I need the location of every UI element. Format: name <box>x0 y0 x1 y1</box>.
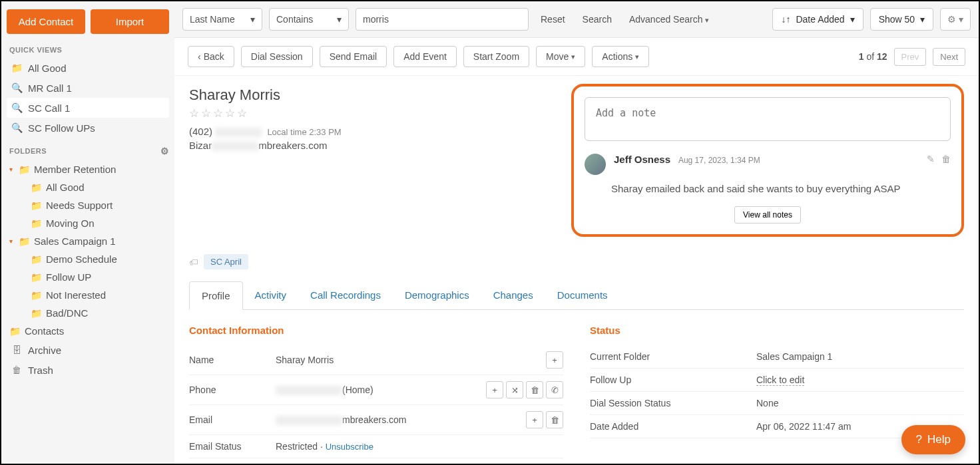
note-author: Jeff Osness <box>614 154 670 165</box>
unsubscribe-link[interactable]: Unsubscribe <box>326 442 373 452</box>
phone-prefix: (402) <box>189 126 212 137</box>
sort-dropdown[interactable]: ↓↑Date Added▾ <box>772 8 863 31</box>
folder-label: Needs Support <box>46 200 113 211</box>
actions-dropdown[interactable]: Actions <box>592 46 649 67</box>
start-zoom-button[interactable]: Start Zoom <box>463 46 529 67</box>
quickview-sc-follow-ups[interactable]: 🔍SC Follow UPs <box>7 118 169 138</box>
quickview-all-good[interactable]: 📁All Good <box>7 58 169 78</box>
folder-label: Bad/DNC <box>46 307 88 319</box>
folder-label: Sales Campaign 1 <box>34 235 116 247</box>
move-dropdown[interactable]: Move <box>536 46 585 67</box>
caret-down-icon: ▾ <box>9 237 17 245</box>
folder-icon: 📁 <box>31 218 42 229</box>
tab-changes[interactable]: Changes <box>481 281 545 309</box>
folders-settings-icon[interactable]: ⚙ <box>160 146 170 156</box>
delete-phone-button[interactable]: 🗑 <box>526 381 543 398</box>
prev-button[interactable]: Prev <box>894 48 927 66</box>
tag-chip[interactable]: SC April <box>204 254 248 269</box>
search-icon: 🔍 <box>11 122 23 134</box>
folder-demo-schedule[interactable]: 📁Demo Schedule <box>31 250 169 268</box>
shuffle-phone-button[interactable]: ⤨ <box>506 381 523 398</box>
field-value[interactable]: mbreakers.com <box>276 414 526 425</box>
tab-demographics[interactable]: Demographics <box>393 281 481 309</box>
click-to-edit[interactable]: Click to edit <box>756 375 804 386</box>
field-value[interactable]: (Home) <box>276 385 486 395</box>
view-all-notes-button[interactable]: View all notes <box>734 206 801 224</box>
show-count-dropdown[interactable]: Show 50▾ <box>870 8 933 31</box>
field-value[interactable]: Sales Campaign 1 <box>756 351 964 362</box>
page-current: 1 <box>859 51 864 62</box>
folder-moving-on[interactable]: 📁Moving On <box>31 214 169 232</box>
field-label: Phone <box>189 385 276 395</box>
folder-icon: 📁 <box>31 182 42 193</box>
chevron-down-icon: ▾ <box>920 14 925 25</box>
folders-label-text: FOLDERS <box>9 147 47 155</box>
search-link[interactable]: Search <box>577 10 617 29</box>
folder-needs-support[interactable]: 📁Needs Support <box>31 196 169 214</box>
folder-contacts[interactable]: 📁Contacts <box>7 322 169 340</box>
delete-note-icon[interactable]: 🗑 <box>941 154 951 164</box>
contact-email: Bizarmbreakers.com <box>189 140 558 151</box>
tab-documents[interactable]: Documents <box>545 281 620 309</box>
search-toolbar: Last Name▾ Contains▾ Reset Search Advanc… <box>174 1 979 38</box>
help-label: Help <box>927 433 951 446</box>
sort-icon: ↓↑ <box>781 14 790 25</box>
reset-link[interactable]: Reset <box>535 10 571 29</box>
folder-icon: 📁 <box>31 290 42 301</box>
advanced-search-link[interactable]: Advanced Search <box>624 10 714 29</box>
caret-down-icon: ▾ <box>9 166 17 173</box>
field-label: Date Added <box>590 421 756 432</box>
add-contact-button[interactable]: Add Contact <box>7 9 85 34</box>
add-name-button[interactable]: + <box>546 351 563 369</box>
local-time: Local time 2:33 PM <box>267 127 341 137</box>
field-label: Email Status <box>189 441 276 452</box>
tab-call-recordings[interactable]: Call Recordings <box>298 281 393 309</box>
field-value[interactable]: None <box>756 398 964 408</box>
folder-member-retention[interactable]: ▾📁Member Retention <box>7 160 169 178</box>
settings-button[interactable]: ⚙ ▾ <box>940 8 971 31</box>
folder-label: Moving On <box>46 218 95 229</box>
delete-email-button[interactable]: 🗑 <box>546 411 563 428</box>
help-button[interactable]: ? Help <box>901 425 965 454</box>
page-sep: of <box>866 51 874 62</box>
rating-stars[interactable]: ☆☆☆☆☆ <box>189 106 558 120</box>
select-value: Contains <box>276 14 313 25</box>
folder-not-interested[interactable]: 📁Not Inerested <box>31 286 169 304</box>
add-event-button[interactable]: Add Event <box>393 46 457 67</box>
field-email: Email mbreakers.com + 🗑 <box>189 405 563 435</box>
folder-bad-dnc[interactable]: 📁Bad/DNC <box>31 304 169 322</box>
filter-field-select[interactable]: Last Name▾ <box>182 8 262 31</box>
archive-link[interactable]: 🗄Archive <box>7 340 169 360</box>
search-icon: 🔍 <box>11 102 23 114</box>
folder-sales-campaign-1[interactable]: ▾📁Sales Campaign 1 <box>7 232 169 250</box>
quickview-mr-call-1[interactable]: 🔍MR Call 1 <box>7 78 169 98</box>
add-email-button[interactable]: + <box>526 411 543 428</box>
back-button[interactable]: ‹Back <box>188 46 234 67</box>
folder-follow-up[interactable]: 📁Follow UP <box>31 268 169 286</box>
next-button[interactable]: Next <box>933 48 965 66</box>
folder-icon: 📁 <box>19 236 30 247</box>
tab-activity[interactable]: Activity <box>243 281 299 309</box>
folder-icon: 📁 <box>9 326 21 337</box>
search-input[interactable] <box>356 8 529 31</box>
field-value[interactable]: Sharay Morris <box>276 355 546 365</box>
sort-value: Date Added <box>796 14 844 25</box>
trash-link[interactable]: 🗑Trash <box>7 360 169 380</box>
filter-operator-select[interactable]: Contains▾ <box>269 8 349 31</box>
chevron-down-icon: ▾ <box>850 14 855 25</box>
send-email-button[interactable]: Send Email <box>320 46 387 67</box>
field-label: Follow Up <box>590 375 756 385</box>
email-prefix: Bizar <box>189 140 212 151</box>
field-follow-up: Follow Up Click to edit <box>590 369 964 392</box>
add-note-input[interactable] <box>585 97 951 141</box>
quickview-sc-call-1[interactable]: 🔍SC Call 1 <box>7 98 169 118</box>
tab-profile[interactable]: Profile <box>189 281 243 310</box>
note-date: Aug 17, 2023, 1:34 PM <box>678 156 760 165</box>
edit-note-icon[interactable]: ✎ <box>927 154 935 164</box>
note-text: Sharay emailed back and said she wants t… <box>611 183 951 194</box>
folder-all-good[interactable]: 📁All Good <box>31 178 169 196</box>
add-phone-button[interactable]: + <box>486 381 503 398</box>
dial-session-button[interactable]: Dial Session <box>241 46 313 67</box>
call-phone-button[interactable]: ✆ <box>546 381 563 398</box>
import-button[interactable]: Import <box>91 9 169 34</box>
